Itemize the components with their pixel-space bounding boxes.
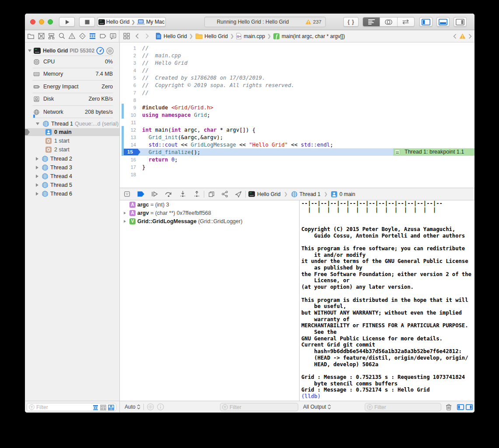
breakpoint-line-badge[interactable]: 15 [123, 149, 140, 155]
stack-frame-0-main[interactable]: 0 main [25, 128, 119, 136]
console-scope-popup[interactable]: All Output [303, 404, 331, 410]
variable-row-argv[interactable]: Aargv = (char **) 0x7ffeefbff568 [120, 209, 299, 217]
code-line-11[interactable]: 11 [120, 119, 475, 126]
thread-row-thread-2[interactable]: Thread 2 [25, 154, 119, 163]
disclosure-triangle[interactable] [36, 157, 38, 161]
thread-row-thread-3[interactable]: Thread 3 [25, 163, 119, 172]
find-navigator-tab[interactable] [57, 30, 67, 42]
source-editor[interactable]: 1//2// main.cpp3// Hello Grid4//5// Crea… [120, 42, 475, 188]
view-process-by-button[interactable] [106, 47, 114, 55]
disclosure-triangle-expanded[interactable] [28, 49, 31, 52]
breakpoint-navigator-tab[interactable] [98, 30, 108, 42]
code-line-2[interactable]: 2// main.cpp [120, 52, 475, 59]
code-line-1[interactable]: 1// [120, 44, 475, 52]
debug-navigator-tab[interactable] [87, 30, 98, 42]
project-navigator-tab[interactable] [26, 30, 36, 42]
debug-view-hierarchy-button[interactable] [207, 190, 216, 199]
variable-row-Grid-GridLogMessage[interactable]: VGrid::GridLogMessage (Grid::GridLogger) [120, 217, 299, 226]
toggle-inspector-button[interactable] [454, 17, 467, 27]
standard-editor-button[interactable] [363, 18, 380, 26]
variables-scope-popup[interactable]: Auto [125, 404, 140, 410]
crumb-frame[interactable]: 0 main [339, 191, 355, 197]
disclosure-triangle-expanded[interactable] [36, 122, 39, 125]
line-number[interactable]: 3 [120, 60, 136, 66]
filter-crashed-threads-button[interactable] [100, 405, 106, 410]
line-number[interactable]: 5 [120, 75, 136, 80]
clear-console-button[interactable] [446, 403, 452, 410]
gauge-row-disk[interactable]: Disk Zero KB/s [25, 94, 119, 104]
issues-badge[interactable]: 237 [305, 17, 321, 27]
close-window-button[interactable] [30, 19, 35, 24]
navigator-filter-field[interactable]: Filter [27, 403, 116, 411]
disclosure-triangle[interactable] [36, 192, 38, 196]
hide-debug-area-button[interactable] [122, 190, 131, 199]
crumb-thread[interactable]: Thread 1 [300, 191, 321, 197]
line-number[interactable]: 1 [120, 46, 136, 51]
source-control-navigator-tab[interactable] [36, 30, 47, 42]
variables-view[interactable]: Aargc = (int) 3Aargv = (char **) 0x7ffee… [120, 200, 299, 401]
stack-frame-1-start[interactable]: 1 start [25, 137, 119, 145]
issue-warning-icon[interactable] [459, 33, 466, 39]
code-line-6[interactable]: 6// Copyright © 2019 sopa. All rights re… [120, 81, 475, 89]
toggle-debug-area-button[interactable] [436, 17, 450, 27]
gauge-row-energy[interactable]: Energy Impact Zero [25, 82, 119, 91]
code-line-5[interactable]: 5// Created by s1786208 on 17/03/2019. [120, 74, 475, 81]
thread-row-thread-1[interactable]: Thread 1Queue:...d (serial) [25, 119, 119, 128]
activate-breakpoints-button[interactable] [136, 190, 145, 199]
gauge-row-memory[interactable]: Memory 7.4 MB [25, 69, 119, 79]
stop-button[interactable] [79, 17, 95, 27]
scheme-selector[interactable]: Hello Grid ❯ My Mac [97, 17, 166, 27]
line-number[interactable]: 8 [120, 98, 136, 103]
code-line-7[interactable]: 7// [120, 89, 475, 96]
line-number[interactable]: 2 [120, 53, 136, 58]
disclosure-triangle[interactable] [36, 183, 38, 187]
previous-issue-button[interactable] [453, 34, 457, 39]
console[interactable]: --|--|--|--|--|--|--|--|--|--|--|--|--|-… [299, 200, 475, 401]
line-number[interactable]: 17 [120, 164, 136, 170]
line-number[interactable]: 4 [120, 68, 136, 73]
variables-filter-field[interactable]: Filter [220, 403, 298, 411]
line-number[interactable]: 6 [120, 83, 136, 88]
code-line-16[interactable]: 16 return 0; [120, 156, 475, 163]
assistant-editor-button[interactable] [380, 18, 397, 26]
disclosure-triangle[interactable] [124, 212, 126, 214]
gauge-row-network[interactable]: Network 208 bytes/s [25, 107, 119, 117]
code-line-13[interactable]: 13 Grid_init(&argc,&argv); [120, 133, 475, 141]
gauge-row-cpu[interactable]: CPU 0% [25, 57, 119, 66]
console-filter-field[interactable]: Filter [365, 403, 441, 411]
zoom-window-button[interactable] [48, 19, 53, 24]
toggle-console-view-button[interactable] [466, 404, 473, 410]
continue-button[interactable] [150, 190, 159, 199]
code-line-9[interactable]: 9#include <Grid/Grid.h> [120, 104, 475, 111]
code-line-12[interactable]: 12int main(int argc, char * argv[]) { [120, 126, 475, 133]
variable-row-argc[interactable]: Aargc = (int) 3 [120, 200, 299, 209]
jump-bar-crumb-symbol[interactable]: f main(int argc, char * argv[]) [273, 33, 345, 39]
gauge-filter-button[interactable] [96, 47, 104, 55]
simulate-location-button[interactable] [234, 190, 243, 199]
jump-bar-crumb-project[interactable]: Hello Grid [156, 33, 187, 39]
line-number[interactable]: 18 [120, 172, 136, 177]
print-description-button[interactable] [157, 403, 164, 410]
jump-bar-crumb-group[interactable]: Hello Grid [195, 33, 228, 39]
disclosure-triangle[interactable] [36, 166, 38, 169]
symbol-navigator-tab[interactable] [46, 30, 57, 42]
line-number[interactable]: 11 [120, 120, 136, 125]
jump-bar-crumb-file[interactable]: G+ main.cpp [236, 33, 265, 39]
line-number[interactable]: 16 [120, 157, 136, 162]
go-back-button[interactable] [135, 33, 139, 39]
version-editor-button[interactable] [398, 18, 414, 26]
filter-breakpoints-button[interactable] [93, 405, 98, 410]
debug-memory-graph-button[interactable] [220, 190, 229, 199]
code-line-10[interactable]: 10using namespace Grid; [120, 111, 475, 119]
step-over-button[interactable] [164, 190, 173, 199]
thread-row-thread-5[interactable]: Thread 5 [25, 181, 119, 189]
code-line-8[interactable]: 8 [120, 96, 475, 104]
stack-frame-2-start[interactable]: 2 start [25, 146, 119, 154]
disclosure-triangle[interactable] [124, 220, 126, 223]
toggle-variables-view-button[interactable] [457, 404, 464, 410]
process-row[interactable]: Hello Grid PID 55302 [25, 46, 119, 55]
code-line-18[interactable]: 18 [120, 171, 475, 178]
go-forward-button[interactable] [145, 33, 149, 39]
minimize-window-button[interactable] [39, 19, 44, 24]
code-line-3[interactable]: 3// Hello Grid [120, 59, 475, 66]
